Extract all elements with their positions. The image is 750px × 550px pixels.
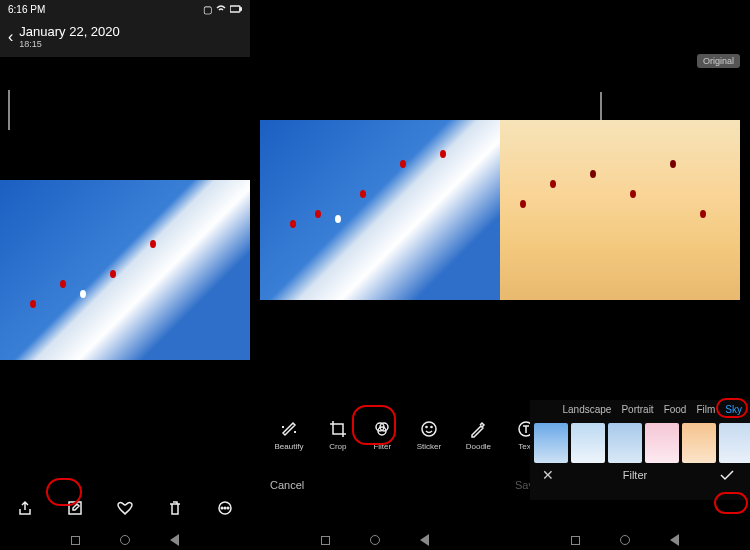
filter-cat-food[interactable]: Food bbox=[664, 404, 687, 415]
scroll-indicator bbox=[8, 90, 10, 130]
tool-label: Doodle bbox=[466, 442, 491, 451]
filter-icon bbox=[372, 419, 392, 439]
editor-preview-filtered bbox=[500, 120, 740, 300]
system-nav-bar bbox=[500, 530, 750, 550]
nav-back[interactable] bbox=[170, 534, 179, 546]
photo-date-time: 18:15 bbox=[19, 39, 119, 49]
filter-categories: Landscape Portrait Food Film Sky bbox=[530, 400, 750, 419]
edit-button[interactable] bbox=[66, 499, 84, 517]
filter-thumb[interactable] bbox=[534, 423, 568, 463]
filter-cat-sky[interactable]: Sky bbox=[725, 404, 742, 415]
nav-home[interactable] bbox=[120, 535, 130, 545]
editor-action-row: Cancel Save bbox=[250, 470, 560, 500]
editor-preview[interactable] bbox=[260, 120, 740, 300]
svg-point-5 bbox=[224, 507, 226, 509]
photo-editor-screen: Original Beautify bbox=[250, 0, 750, 530]
system-nav-bar bbox=[250, 530, 500, 550]
filter-apply-button[interactable] bbox=[716, 467, 738, 483]
svg-rect-1 bbox=[240, 8, 242, 10]
photo-date: January 22, 2020 18:15 bbox=[19, 24, 119, 49]
beautify-icon bbox=[279, 419, 299, 439]
favorite-button[interactable] bbox=[116, 499, 134, 517]
svg-point-11 bbox=[426, 426, 427, 427]
filter-action-row: ✕ Filter bbox=[530, 463, 750, 483]
filter-thumb[interactable] bbox=[682, 423, 716, 463]
original-badge[interactable]: Original bbox=[697, 54, 740, 68]
filter-panel-title: Filter bbox=[623, 469, 647, 481]
filter-close-button[interactable]: ✕ bbox=[542, 467, 554, 483]
cancel-button[interactable]: Cancel bbox=[270, 479, 304, 491]
status-time: 6:16 PM bbox=[8, 4, 45, 15]
tool-label: Crop bbox=[329, 442, 346, 451]
gallery-bottom-toolbar bbox=[0, 486, 250, 530]
delete-button[interactable] bbox=[166, 499, 184, 517]
svg-point-4 bbox=[221, 507, 223, 509]
share-button[interactable] bbox=[16, 499, 34, 517]
svg-point-6 bbox=[227, 507, 229, 509]
svg-rect-0 bbox=[230, 6, 240, 12]
nav-back[interactable] bbox=[670, 534, 679, 546]
tool-sticker[interactable]: Sticker bbox=[417, 419, 441, 451]
status-icons: ▢ bbox=[203, 4, 242, 15]
svg-point-10 bbox=[422, 422, 436, 436]
tool-filter[interactable]: Filter bbox=[372, 419, 392, 451]
tool-beautify[interactable]: Beautify bbox=[274, 419, 303, 451]
filter-thumb[interactable] bbox=[645, 423, 679, 463]
nav-home[interactable] bbox=[620, 535, 630, 545]
nav-recent[interactable] bbox=[321, 536, 330, 545]
nav-home[interactable] bbox=[370, 535, 380, 545]
filter-thumb[interactable] bbox=[571, 423, 605, 463]
filter-panel: Landscape Portrait Food Film Sky ✕ Filte… bbox=[530, 400, 750, 500]
editor-preview-original bbox=[260, 120, 500, 300]
nav-back[interactable] bbox=[420, 534, 429, 546]
photo-preview[interactable] bbox=[0, 180, 250, 360]
tool-label: Sticker bbox=[417, 442, 441, 451]
battery-icon bbox=[230, 4, 242, 15]
svg-point-12 bbox=[431, 426, 432, 427]
gallery-viewer-screen: 6:16 PM ▢ ‹ January 22, 2020 18:15 bbox=[0, 0, 250, 530]
filter-thumb[interactable] bbox=[608, 423, 642, 463]
gallery-header: ‹ January 22, 2020 18:15 bbox=[0, 18, 250, 57]
editor-tool-row: Beautify Crop Filter Sticker Doodle bbox=[250, 410, 560, 460]
nav-recent[interactable] bbox=[571, 536, 580, 545]
doodle-icon bbox=[468, 419, 488, 439]
filter-cat-portrait[interactable]: Portrait bbox=[621, 404, 653, 415]
more-button[interactable] bbox=[216, 499, 234, 517]
filter-thumb[interactable] bbox=[719, 423, 750, 463]
tool-doodle[interactable]: Doodle bbox=[466, 419, 491, 451]
photo-date-main: January 22, 2020 bbox=[19, 24, 119, 39]
filter-cat-landscape[interactable]: Landscape bbox=[562, 404, 611, 415]
tool-label: Beautify bbox=[274, 442, 303, 451]
svg-rect-2 bbox=[69, 502, 81, 514]
nav-recent[interactable] bbox=[71, 536, 80, 545]
system-nav-bar bbox=[0, 530, 250, 550]
filter-cat-film[interactable]: Film bbox=[696, 404, 715, 415]
tool-label: Filter bbox=[373, 442, 391, 451]
back-button[interactable]: ‹ bbox=[8, 29, 13, 45]
wifi-icon bbox=[216, 4, 226, 15]
tool-crop[interactable]: Crop bbox=[328, 419, 348, 451]
crop-icon bbox=[328, 419, 348, 439]
status-bar: 6:16 PM ▢ bbox=[0, 0, 250, 18]
sticker-icon bbox=[419, 419, 439, 439]
sim-icon: ▢ bbox=[203, 4, 212, 15]
filter-thumbnails[interactable] bbox=[530, 419, 750, 463]
